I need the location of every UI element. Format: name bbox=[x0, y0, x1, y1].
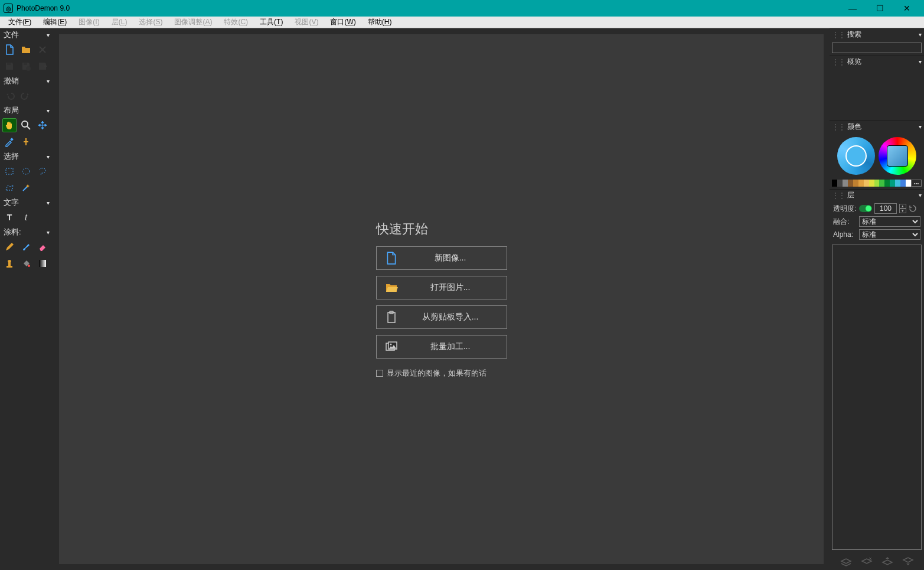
quick-open-button[interactable]: 打开图片... bbox=[376, 276, 507, 299]
swatch[interactable] bbox=[843, 180, 848, 187]
swatch[interactable] bbox=[858, 180, 864, 187]
minimize-button[interactable]: — bbox=[839, 0, 866, 17]
panel-layers-head[interactable]: ⋮⋮层▾ bbox=[830, 189, 924, 201]
blend-select[interactable]: 标准 bbox=[859, 216, 920, 227]
opacity-input[interactable] bbox=[874, 203, 897, 214]
poly-select-icon[interactable] bbox=[2, 181, 17, 195]
swatch[interactable] bbox=[837, 180, 843, 187]
swatch[interactable] bbox=[884, 180, 890, 187]
section-undo[interactable]: 撤销▾ bbox=[0, 74, 53, 87]
measure-icon[interactable] bbox=[19, 135, 33, 149]
swatch[interactable] bbox=[832, 180, 837, 187]
quick-start-title: 快速开始 bbox=[376, 220, 428, 238]
undo-icon[interactable] bbox=[2, 89, 17, 103]
lasso-select-icon[interactable] bbox=[35, 164, 50, 178]
section-select[interactable]: 选择▾ bbox=[0, 150, 53, 163]
swatch-more[interactable]: ••• bbox=[911, 180, 922, 187]
save-icon[interactable] bbox=[2, 59, 17, 73]
zoom-tool-icon[interactable] bbox=[19, 118, 33, 132]
swatch[interactable] bbox=[848, 180, 853, 187]
checkbox-icon bbox=[376, 370, 383, 377]
eyedropper-icon[interactable] bbox=[2, 135, 17, 149]
panel-search-head[interactable]: ⋮⋮搜索▾ bbox=[830, 28, 924, 40]
section-layout[interactable]: 布局▾ bbox=[0, 104, 53, 117]
section-paint[interactable]: 涂料:▾ bbox=[0, 226, 53, 239]
menu-select[interactable]: 选择(S) bbox=[133, 17, 168, 28]
quick-recent-checkbox[interactable]: 显示最近的图像，如果有的话 bbox=[376, 368, 487, 379]
layer-delete-icon[interactable] bbox=[861, 556, 873, 566]
menu-tools[interactable]: 工具(T) bbox=[254, 17, 289, 28]
ellipse-select-icon[interactable] bbox=[19, 164, 33, 178]
menu-view[interactable]: 视图(V) bbox=[289, 17, 324, 28]
rect-select-icon[interactable] bbox=[2, 164, 17, 178]
panel-color-head[interactable]: ⋮⋮颜色▾ bbox=[830, 120, 924, 132]
layer-buttons bbox=[830, 552, 924, 570]
layer-down-icon[interactable] bbox=[902, 556, 914, 566]
redo-icon[interactable] bbox=[19, 89, 33, 103]
open-file-icon[interactable] bbox=[19, 43, 33, 57]
menu-image[interactable]: 图像(I) bbox=[73, 17, 105, 28]
quick-batch-button[interactable]: 批量加工... bbox=[376, 335, 507, 359]
text-advanced-icon[interactable]: t bbox=[19, 210, 33, 224]
color-wheel-hue[interactable] bbox=[879, 137, 916, 175]
swatch[interactable] bbox=[853, 180, 858, 187]
hand-tool-icon[interactable] bbox=[2, 118, 17, 132]
swatch[interactable] bbox=[864, 180, 869, 187]
menubar: 文件(F) 编辑(E) 图像(I) 层(L) 选择(S) 图像调整(A) 特效(… bbox=[0, 17, 924, 28]
opacity-toggle[interactable] bbox=[859, 205, 872, 212]
color-body: ••• bbox=[830, 132, 924, 189]
move-tool-icon[interactable] bbox=[35, 118, 50, 132]
pencil-icon[interactable] bbox=[2, 240, 17, 254]
new-file-icon[interactable] bbox=[2, 43, 17, 57]
svg-point-11 bbox=[8, 260, 11, 262]
brush-icon[interactable] bbox=[19, 240, 33, 254]
panel-preview-head[interactable]: ⋮⋮概览▾ bbox=[830, 56, 924, 67]
stamp-icon[interactable] bbox=[2, 256, 17, 271]
swatch[interactable] bbox=[900, 180, 906, 187]
search-input[interactable] bbox=[832, 43, 922, 53]
swatch[interactable] bbox=[874, 180, 880, 187]
quick-start-panel: 快速开始 新图像... 打开图片... 从剪贴板导入... 批量加工... bbox=[376, 220, 507, 379]
menu-layer[interactable]: 层(L) bbox=[106, 17, 133, 28]
svg-point-18 bbox=[390, 343, 391, 345]
gradient-icon[interactable] bbox=[35, 256, 50, 271]
opacity-reset-icon[interactable] bbox=[909, 204, 917, 213]
section-text[interactable]: 文字▾ bbox=[0, 196, 53, 209]
maximize-button[interactable]: ☐ bbox=[866, 0, 893, 17]
export-icon[interactable] bbox=[35, 59, 50, 73]
quick-new-button[interactable]: 新图像... bbox=[376, 246, 507, 270]
menu-help[interactable]: 帮助(H) bbox=[362, 17, 398, 28]
swatch[interactable] bbox=[869, 180, 874, 187]
saveas-icon[interactable] bbox=[19, 59, 33, 73]
menu-effect[interactable]: 特效(C) bbox=[218, 17, 254, 28]
fill-icon[interactable] bbox=[19, 256, 33, 271]
eraser-icon[interactable] bbox=[35, 240, 50, 254]
right-panels: ⋮⋮搜索▾ ⋮⋮概览▾ ⋮⋮颜色▾ ••• ⋮⋮层▾ 透明度: ▴▾ 融合: 标… bbox=[830, 28, 924, 570]
canvas[interactable]: 快速开始 新图像... 打开图片... 从剪贴板导入... 批量加工... bbox=[59, 34, 824, 564]
text-tool-icon[interactable]: T bbox=[2, 210, 17, 224]
wand-select-icon[interactable] bbox=[19, 181, 33, 195]
app-icon: ◎ bbox=[4, 4, 13, 13]
opacity-down[interactable]: ▾ bbox=[899, 209, 906, 213]
layer-up-icon[interactable] bbox=[881, 556, 893, 566]
swatch[interactable] bbox=[906, 180, 911, 187]
menu-file[interactable]: 文件(F) bbox=[2, 17, 37, 28]
layer-add-icon[interactable] bbox=[840, 556, 852, 566]
opacity-up[interactable]: ▴ bbox=[899, 204, 906, 209]
swatch-row[interactable]: ••• bbox=[832, 180, 922, 187]
svg-point-6 bbox=[22, 168, 30, 174]
quick-paste-button[interactable]: 从剪贴板导入... bbox=[376, 305, 507, 329]
menu-window[interactable]: 窗口(W) bbox=[324, 17, 361, 28]
swatch[interactable] bbox=[895, 180, 900, 187]
swatch[interactable] bbox=[890, 180, 895, 187]
alpha-select[interactable]: 标准 bbox=[859, 229, 920, 240]
close-button[interactable]: ✕ bbox=[893, 0, 920, 17]
menu-edit[interactable]: 编辑(E) bbox=[37, 17, 73, 28]
swatch[interactable] bbox=[879, 180, 884, 187]
color-wheel-shade[interactable] bbox=[837, 137, 875, 175]
layer-list[interactable] bbox=[832, 245, 922, 550]
menu-adjust[interactable]: 图像调整(A) bbox=[168, 17, 218, 28]
close-file-icon[interactable] bbox=[35, 43, 50, 57]
section-file[interactable]: 文件▾ bbox=[0, 28, 53, 41]
alpha-label: Alpha: bbox=[833, 230, 857, 239]
